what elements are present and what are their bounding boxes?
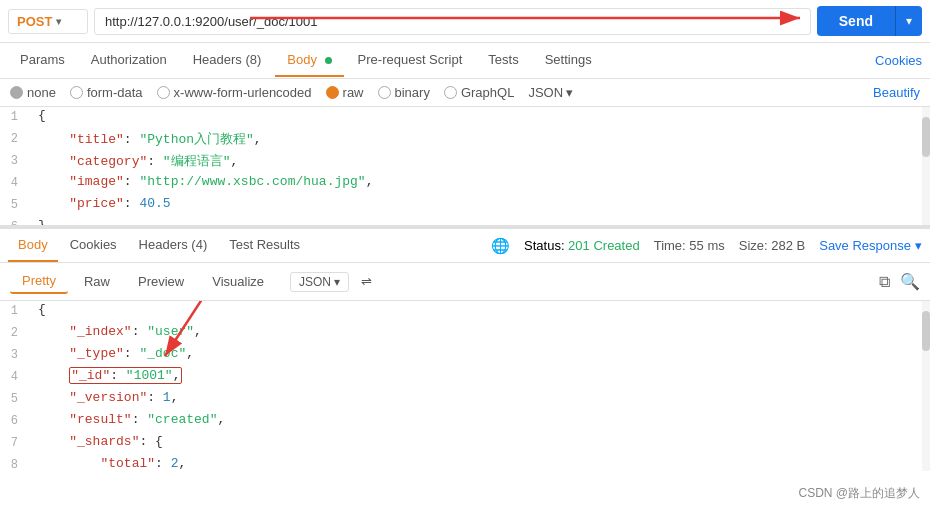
resp-tab-testresults[interactable]: Test Results — [219, 229, 310, 262]
resp-line-8: 8 "total": 2, — [0, 455, 930, 471]
req-line-3: 3 "category": "编程语言", — [0, 151, 930, 173]
radio-binary[interactable]: binary — [378, 85, 430, 100]
format-select[interactable]: JSON ▾ — [528, 85, 573, 100]
req-line-1: 1 { — [0, 107, 930, 129]
send-button[interactable]: Send — [817, 6, 896, 36]
time-value: 55 ms — [689, 238, 724, 253]
req-line-2: 2 "title": "Python入门教程", — [0, 129, 930, 151]
req-line-4: 4 "image": "http://www.xsbc.com/hua.jpg"… — [0, 173, 930, 195]
subtab-raw[interactable]: Raw — [72, 270, 122, 293]
body-types-row: none form-data x-www-form-urlencoded raw… — [0, 79, 930, 107]
filter-icon[interactable]: ⇌ — [361, 274, 372, 289]
response-tabs: Body Cookies Headers (4) Test Results 🌐 … — [0, 227, 930, 263]
method-chevron-icon: ▾ — [56, 16, 61, 27]
radio-formdata[interactable]: form-data — [70, 85, 143, 100]
radio-none[interactable]: none — [10, 85, 56, 100]
response-code-area: 1 { 2 "_index": "user", 3 "_type": "_doc… — [0, 301, 930, 471]
resp-tab-cookies[interactable]: Cookies — [60, 229, 127, 262]
status-info: 🌐 Status: 201 Created Time: 55 ms Size: … — [491, 237, 922, 255]
tab-tests[interactable]: Tests — [476, 44, 530, 77]
subtab-pretty[interactable]: Pretty — [10, 269, 68, 294]
tab-authorization[interactable]: Authorization — [79, 44, 179, 77]
req-line-5: 5 "price": 40.5 — [0, 195, 930, 217]
tab-body[interactable]: Body — [275, 44, 343, 77]
req-line-6: 6 } — [0, 217, 930, 227]
resp-line-1: 1 { — [0, 301, 930, 323]
radio-none-icon — [10, 86, 23, 99]
cookies-link[interactable]: Cookies — [875, 53, 922, 68]
method-label: POST — [17, 14, 52, 29]
resp-tab-body[interactable]: Body — [8, 229, 58, 262]
size-value: 282 B — [771, 238, 805, 253]
radio-graphql[interactable]: GraphQL — [444, 85, 514, 100]
subtab-visualize[interactable]: Visualize — [200, 270, 276, 293]
url-input[interactable] — [94, 8, 811, 35]
response-scrollbar[interactable] — [922, 301, 930, 471]
body-dot-icon — [325, 57, 332, 64]
radio-urlencoded-icon — [157, 86, 170, 99]
size-info: Size: 282 B — [739, 238, 806, 253]
resp-line-7: 7 "_shards": { — [0, 433, 930, 455]
resp-line-3: 3 "_type": "_doc", — [0, 345, 930, 367]
send-dropdown-button[interactable]: ▾ — [896, 6, 922, 36]
save-response-chevron-icon: ▾ — [915, 238, 922, 253]
response-scrollbar-thumb — [922, 311, 930, 351]
resp-line-4: 4 "_id": "1001", — [0, 367, 930, 389]
status-value: 201 Created — [568, 238, 640, 253]
watermark-text: CSDN @路上的追梦人 — [798, 485, 920, 502]
tab-prerequest[interactable]: Pre-request Script — [346, 44, 475, 77]
tab-headers[interactable]: Headers (8) — [181, 44, 274, 77]
time-info: Time: 55 ms — [654, 238, 725, 253]
tab-params[interactable]: Params — [8, 44, 77, 77]
search-resp-icon[interactable]: 🔍 — [900, 272, 920, 291]
method-select[interactable]: POST ▾ — [8, 9, 88, 34]
request-scrollbar[interactable] — [922, 107, 930, 225]
save-response-button[interactable]: Save Response ▾ — [819, 238, 922, 253]
resp-tab-headers[interactable]: Headers (4) — [129, 229, 218, 262]
request-scrollbar-thumb — [922, 117, 930, 157]
radio-raw[interactable]: raw — [326, 85, 364, 100]
resp-line-2: 2 "_index": "user", — [0, 323, 930, 345]
radio-binary-icon — [378, 86, 391, 99]
send-button-group: Send ▾ — [817, 6, 922, 36]
resp-format-chevron-icon: ▾ — [334, 275, 340, 289]
format-chevron-icon: ▾ — [566, 85, 573, 100]
globe-icon: 🌐 — [491, 237, 510, 255]
url-bar: POST ▾ Send ▾ — [0, 0, 930, 43]
response-sub-tabs: Pretty Raw Preview Visualize JSON ▾ ⇌ ⧉ … — [0, 263, 930, 301]
resp-right-icons: ⧉ 🔍 — [879, 272, 920, 291]
resp-line-6: 6 "result": "created", — [0, 411, 930, 433]
subtab-preview[interactable]: Preview — [126, 270, 196, 293]
copy-icon[interactable]: ⧉ — [879, 273, 890, 291]
request-code-area: 1 { 2 "title": "Python入门教程", 3 "category… — [0, 107, 930, 227]
watermark: CSDN @路上的追梦人 — [798, 485, 920, 502]
request-tabs: Params Authorization Headers (8) Body Pr… — [0, 43, 930, 79]
tab-settings[interactable]: Settings — [533, 44, 604, 77]
radio-raw-icon — [326, 86, 339, 99]
status-label: Status: 201 Created — [524, 238, 640, 253]
radio-urlencoded[interactable]: x-www-form-urlencoded — [157, 85, 312, 100]
id-highlight: "_id": "1001", — [69, 367, 182, 384]
response-format-select[interactable]: JSON ▾ — [290, 272, 349, 292]
radio-formdata-icon — [70, 86, 83, 99]
resp-line-5: 5 "_version": 1, — [0, 389, 930, 411]
beautify-button[interactable]: Beautify — [873, 85, 920, 100]
radio-graphql-icon — [444, 86, 457, 99]
